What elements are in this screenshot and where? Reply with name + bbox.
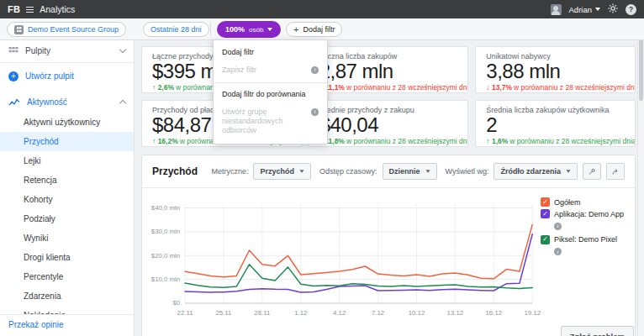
user-name: Adrian (569, 5, 592, 14)
kpi-change: ↓ 13,7%w porównaniu z 28 wcześniejszymi … (486, 83, 625, 92)
filterbar-divider (210, 23, 211, 36)
kpi-compare-text: w porównaniu z 28 wcześniejszymi dniami (514, 83, 636, 92)
legend-checkbox-pixel[interactable] (541, 235, 550, 244)
population-percent: 100% (225, 25, 245, 34)
date-range-label: Ostatnie 28 dni (150, 25, 202, 34)
kpi-value: 3,88 mln (486, 61, 625, 81)
population-word: osób (249, 26, 263, 34)
sidebar-item-results[interactable]: Wyniki (0, 228, 134, 248)
legend-info-row: i (554, 221, 628, 230)
info-icon[interactable]: i (311, 66, 319, 74)
sidebar-footer: Przekaż opinie (0, 314, 134, 336)
svg-text:22.11: 22.11 (177, 309, 194, 317)
legend-item-pixel[interactable]: Piksel: Demo Pixel (541, 235, 628, 244)
export-arrow-icon (612, 167, 619, 176)
svg-text:10.12: 10.12 (409, 309, 425, 317)
legend-item-app[interactable]: Aplikacja: Demo App (541, 209, 628, 218)
svg-text:1.12: 1.12 (294, 309, 307, 317)
sidebar-dashboards-label: Pulpity (25, 46, 113, 55)
event-source-icon (14, 25, 24, 34)
sidebar-item-cohorts[interactable]: Kohorty (0, 190, 134, 209)
metric-select[interactable]: Przychód (253, 163, 311, 180)
sidebar-section-activity[interactable]: Aktywność (0, 92, 134, 113)
report-problem-button[interactable]: Zgłoś problem (561, 326, 634, 336)
feedback-link[interactable]: Przekaż opinie (0, 315, 134, 336)
revenue-chart-card: Przychód Metryczne: Przychód Odstęp czas… (141, 155, 636, 336)
activity-section-label: Aktywność (27, 97, 113, 107)
sidebar-create-dashboard[interactable]: + Utwórz pulpit (0, 66, 134, 87)
population-filter-button[interactable]: 100% osób (217, 21, 281, 38)
user-avatar[interactable] (551, 4, 562, 15)
kpi-compare-text: w porównaniu z 28 wcześniejszymi dniami (346, 83, 468, 92)
hamburger-menu-icon[interactable] (26, 7, 34, 13)
fb-logo: FB (8, 4, 20, 14)
event-source-group-pill[interactable]: Demo Event Source Group (7, 22, 126, 37)
sidebar-item-revenue[interactable]: Przychód (0, 132, 134, 151)
menu-divider (214, 82, 327, 83)
display-by-select[interactable]: Źródło zdarzenia (494, 163, 578, 180)
sidebar-item-active-users[interactable]: Aktywni użytkownicy (0, 113, 134, 132)
kpi-percent: 13,7% (492, 83, 512, 92)
date-range-pill[interactable]: Ostatnie 28 dni (143, 22, 209, 37)
sidebar-item-dashboards[interactable]: Pulpity (0, 40, 134, 61)
info-icon[interactable]: i (311, 108, 319, 116)
kpi-card-avg-revenue-per-purchase: Średnie przychody z zakupu $40,04 ↑ 11,8… (309, 100, 469, 147)
add-filter-button[interactable]: + Dodaj filtr (286, 22, 342, 37)
pin-button[interactable] (583, 163, 601, 180)
info-icon[interactable]: i (554, 223, 562, 230)
export-button[interactable] (606, 163, 625, 180)
create-dashboard-label: Utwórz pulpit (25, 71, 125, 81)
chart-legend: Ogółem Aplikacja: Demo App i Piksel: Dem… (541, 192, 628, 325)
menu-item-add-comparison-filter[interactable]: Dodaj filtr do porównania (214, 86, 327, 103)
activity-line-icon (8, 98, 20, 107)
sidebar-item-events[interactable]: Zdarzenia (0, 286, 134, 306)
metric-value: Przychód (260, 167, 294, 176)
settings-gear-icon[interactable] (608, 2, 618, 17)
legend-label: Aplikacja: Demo App (554, 210, 624, 218)
info-icon[interactable]: i (554, 248, 562, 255)
plus-icon: + (293, 25, 298, 34)
kpi-change: ↓ 11,1%w porównaniu z 28 wcześniejszymi … (319, 83, 458, 92)
menu-item-label: Dodaj filtr (222, 48, 319, 57)
svg-text:$40,0 mln: $40,0 mln (151, 204, 180, 212)
svg-text:25.11: 25.11 (215, 309, 232, 317)
legend-info-row: i (554, 247, 628, 256)
sidebar-item-retention[interactable]: Retencja (0, 171, 134, 190)
kpi-value: 2 (486, 115, 625, 135)
legend-checkbox-app[interactable] (541, 209, 550, 218)
filter-dropdown-menu: Dodaj filtr Zapisz filtr i Dodaj filtr d… (213, 39, 328, 144)
svg-text:28.11: 28.11 (254, 309, 271, 317)
trend-arrow-icon: ↑ (152, 83, 156, 92)
chart-title: Przychód (152, 165, 198, 177)
sidebar-item-label: Drogi klienta (24, 253, 71, 262)
sidebar-divider (0, 62, 134, 63)
kpi-compare-text: w porównaniu z 28 wcześniejszymi dniami (346, 137, 468, 145)
menu-item-save-filter[interactable]: Zapisz filtr i (214, 61, 327, 79)
topbar: FB Analytics Adrian ? (0, 0, 644, 18)
help-icon[interactable]: ? (626, 4, 636, 15)
menu-item-create-custom-audience[interactable]: Utwórz grupę niestandardowych odbiorców … (214, 103, 327, 140)
kpi-value: $40,04 (319, 115, 458, 135)
legend-item-total[interactable]: Ogółem (541, 197, 628, 207)
sidebar-item-percentiles[interactable]: Percentyle (0, 267, 134, 286)
user-menu[interactable]: Adrian (569, 5, 600, 14)
menu-item-label: Utwórz grupę niestandardowych odbiorców (222, 108, 306, 136)
sidebar-item-journeys[interactable]: Drogi klienta (0, 248, 134, 267)
chevron-down-icon (566, 170, 570, 172)
interval-value: Dziennie (389, 167, 420, 176)
svg-text:$20,0 mln: $20,0 mln (151, 252, 180, 260)
chevron-down-icon (425, 170, 430, 172)
trend-arrow-icon: ↓ (486, 83, 489, 92)
interval-label: Odstęp czasowy: (319, 167, 377, 176)
kpi-percent: 16,2% (158, 137, 178, 145)
interval-select[interactable]: Dziennie (383, 163, 437, 180)
kpi-card-total-purchases: Łączna liczba zakupów 2,87 mln ↓ 11,1%w … (309, 46, 469, 93)
add-filter-label: Dodaj filtr (303, 25, 335, 34)
sidebar-item-funnels[interactable]: Lejki (0, 151, 134, 171)
menu-item-add-filter[interactable]: Dodaj filtr (214, 44, 327, 61)
display-by-value: Źródło zdarzenia (500, 167, 561, 176)
legend-checkbox-total[interactable] (541, 197, 550, 207)
dashboards-grid-icon (8, 46, 18, 56)
sidebar-item-label: Podziały (24, 214, 55, 223)
sidebar-item-breakdowns[interactable]: Podziały (0, 209, 134, 228)
